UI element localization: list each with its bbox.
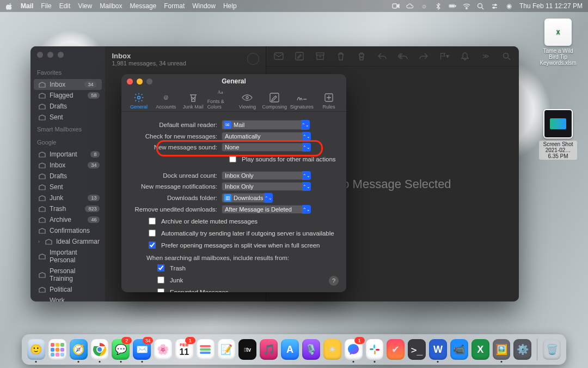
dock-launchpad[interactable] — [48, 339, 66, 360]
privacy-shield-icon[interactable] — [247, 53, 259, 65]
close-button[interactable] — [37, 52, 43, 58]
dock-music[interactable]: 🎵 — [260, 339, 278, 360]
mute-icon[interactable] — [460, 51, 470, 61]
menu-edit[interactable]: Edit — [59, 2, 71, 10]
select-default-reader[interactable]: ✉︎Mail⌃⌄ — [222, 120, 310, 130]
checkbox-play-sounds[interactable] — [229, 155, 236, 162]
dock-preview[interactable]: 🖼️ — [493, 339, 511, 360]
reply-all-icon[interactable] — [398, 51, 408, 61]
sidebar-item-drafts[interactable]: Drafts — [30, 101, 105, 112]
battery-icon[interactable] — [449, 2, 456, 10]
checkbox-archive-muted[interactable] — [149, 218, 156, 225]
dock-safari[interactable]: 🧭 — [70, 339, 88, 360]
sidebar-item-confirmations[interactable]: Confirmations — [30, 225, 105, 236]
dock-mail[interactable]: ✉️34 — [133, 339, 151, 360]
dock-finder[interactable]: 🙂 — [27, 339, 45, 360]
archive-icon[interactable] — [315, 51, 325, 61]
apple-menu-icon[interactable] — [5, 2, 13, 10]
checkbox-search-encrypted[interactable] — [157, 288, 164, 292]
chevron-right-icon[interactable]: ≫ — [481, 51, 491, 61]
tab-fonts[interactable]: AaFonts & Colors — [207, 87, 234, 111]
flag-icon[interactable]: ▾ — [439, 51, 449, 61]
sidebar-item-political[interactable]: Political — [30, 284, 105, 295]
menu-format[interactable]: Format — [164, 2, 185, 10]
envelope-icon[interactable] — [274, 51, 284, 61]
reply-icon[interactable] — [377, 51, 387, 61]
dock-notes[interactable]: 📝 — [218, 339, 236, 360]
toolbar-search-icon[interactable] — [501, 51, 511, 61]
search-icon[interactable] — [477, 2, 485, 10]
help-button[interactable]: ? — [329, 276, 339, 286]
dock-pixelmator[interactable]: ✴︎ — [323, 339, 341, 360]
sidebar-item-flagged[interactable]: Flagged58 — [30, 90, 105, 101]
sidebar-item-junk[interactable]: Junk13 — [30, 192, 105, 203]
compose-icon[interactable] — [295, 51, 304, 61]
desktop-file-xlsm[interactable]: X Tame a Wild Bird Tip Keywords.xlsm — [539, 19, 577, 66]
dock-calendar[interactable]: FEB111 — [175, 339, 193, 360]
checkbox-search-trash[interactable] — [157, 264, 164, 272]
select-new-sound[interactable]: None⌃⌄ — [222, 143, 311, 152]
dock-settings[interactable]: ⚙️ — [513, 339, 531, 360]
dock-todoist[interactable]: ✔︎ — [387, 339, 405, 360]
checkbox-search-junk[interactable] — [157, 276, 164, 283]
forward-icon[interactable] — [419, 51, 428, 61]
dock-appstore[interactable]: A — [281, 339, 299, 360]
sidebar-item-personal-training[interactable]: Personal Training — [30, 266, 105, 284]
sidebar-item-trash[interactable]: Trash823 — [30, 203, 105, 214]
dock-podcasts[interactable]: 🎙️ — [302, 339, 320, 360]
sidebar-item-inbox[interactable]: Inbox34 — [34, 79, 102, 90]
sidebar-item-work-attachments[interactable]: Work Attachments — [30, 295, 105, 301]
tab-junk[interactable]: Junk Mail — [180, 92, 206, 111]
junk-icon[interactable] — [357, 51, 366, 61]
dock-word[interactable]: W — [429, 339, 447, 360]
sidebar-item-important-personal[interactable]: Important Personal — [30, 247, 105, 266]
select-downloads[interactable]: ▥Downloads⌃⌄ — [222, 193, 273, 203]
bluetooth-icon[interactable] — [434, 2, 442, 10]
select-dock-count[interactable]: Inbox Only⌃⌄ — [222, 171, 311, 180]
dock-messages[interactable]: 💬2 — [112, 339, 130, 360]
menu-file[interactable]: File — [41, 2, 51, 10]
sidebar-item-sent[interactable]: Sent — [30, 182, 105, 192]
dock-tv[interactable]: tv — [238, 339, 256, 360]
dock-chrome[interactable] — [91, 339, 109, 360]
dock-messenger[interactable]: 1 — [345, 339, 363, 360]
tab-general[interactable]: General — [126, 92, 152, 111]
tab-rules[interactable]: Rules — [316, 92, 342, 111]
sidebar-item-archive[interactable]: Archive46 — [30, 214, 105, 225]
tab-accounts[interactable]: @Accounts — [153, 92, 179, 111]
minimize-button[interactable] — [47, 52, 53, 58]
checkbox-split-view[interactable] — [149, 242, 156, 249]
menu-window[interactable]: Window — [192, 2, 216, 10]
app-name[interactable]: Mail — [21, 2, 33, 10]
menu-message[interactable]: Message — [130, 2, 157, 10]
trash-icon[interactable] — [336, 51, 346, 61]
control-center-icon[interactable] — [491, 2, 499, 10]
checkbox-auto-send-later[interactable] — [149, 230, 156, 237]
zoom-button[interactable] — [58, 52, 64, 58]
sun-icon[interactable]: ☼ — [420, 2, 428, 10]
desktop-file-screenshot[interactable]: Screen Shot 2021-02…6.35 PM — [539, 109, 577, 160]
facetime-icon[interactable] — [392, 2, 400, 10]
menu-mailbox[interactable]: Mailbox — [100, 2, 122, 10]
sidebar-item-drafts[interactable]: Drafts — [30, 171, 105, 182]
dock-photos[interactable]: 🌸 — [154, 339, 172, 360]
menu-view[interactable]: View — [78, 2, 92, 10]
siri-icon[interactable]: ◉ — [505, 2, 513, 10]
sidebar-item-ideal-grammar[interactable]: ›Ideal Grammar — [30, 236, 105, 247]
menu-clock[interactable]: Thu Feb 11 12:27 PM — [519, 2, 583, 10]
dock-zoom[interactable]: 📹 — [450, 339, 468, 360]
dock-trash[interactable]: 🗑️ — [543, 339, 561, 360]
tab-composing[interactable]: Composing — [261, 92, 287, 111]
cloud-icon[interactable] — [406, 2, 414, 10]
select-notifications[interactable]: Inbox Only⌃⌄ — [222, 182, 311, 191]
dock-terminal[interactable]: >_ — [408, 339, 426, 360]
sidebar-item-important[interactable]: Important8 — [30, 149, 105, 160]
select-remove-dl[interactable]: After Message is Deleted⌃⌄ — [222, 205, 311, 214]
menu-help[interactable]: Help — [223, 2, 237, 10]
tab-viewing[interactable]: Viewing — [235, 92, 261, 111]
dock-excel[interactable]: X — [471, 339, 489, 360]
sidebar-item-inbox[interactable]: Inbox34 — [30, 160, 105, 171]
tab-signatures[interactable]: Signatures — [289, 92, 315, 111]
sidebar-item-sent[interactable]: Sent — [30, 112, 105, 123]
dock-slack[interactable] — [366, 339, 384, 360]
